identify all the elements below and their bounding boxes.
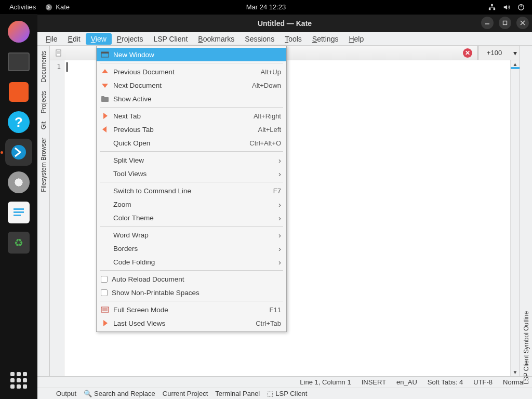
dock-text-editor[interactable]: [5, 199, 32, 226]
menu-item-next-document[interactable]: Next DocumentAlt+Down: [97, 78, 286, 92]
checkbox-icon: [101, 289, 108, 296]
volume-icon[interactable]: [503, 4, 510, 11]
menu-bar: FileEditViewProjectsLSP ClientBookmarksS…: [37, 32, 532, 46]
menu-settings[interactable]: Settings: [307, 33, 344, 45]
bottom-search-and-replace[interactable]: 🔍Search and Replace: [84, 390, 155, 397]
bottom-tool-bar: Output🔍Search and ReplaceCurrent Project…: [37, 388, 532, 399]
window-icon: [101, 50, 109, 59]
status-position[interactable]: Line 1, Column 1: [300, 378, 351, 386]
down-icon: [101, 81, 109, 89]
svg-rect-18: [102, 308, 108, 311]
menu-help[interactable]: Help: [343, 33, 369, 45]
active-app-indicator[interactable]: Kate: [45, 3, 70, 11]
menu-item-color-theme[interactable]: Color Theme: [97, 211, 286, 224]
menu-item-code-folding[interactable]: Code Folding: [97, 255, 286, 269]
scroll-down-icon[interactable]: ▼: [513, 369, 518, 375]
folder-icon: [101, 95, 109, 103]
vertical-scrollbar[interactable]: ▲ ▼: [510, 60, 520, 376]
left-tool-rail: DocumentsProjectsGitFilesystem Browser: [37, 46, 50, 388]
menu-item-zoom[interactable]: Zoom: [97, 197, 286, 211]
menu-view[interactable]: View: [86, 33, 112, 45]
scroll-up-icon[interactable]: ▲: [513, 61, 518, 67]
menu-item-tool-views[interactable]: Tool Views: [97, 167, 286, 180]
show-applications[interactable]: [8, 370, 29, 391]
menu-item-borders[interactable]: Borders: [97, 242, 286, 255]
dock-disc[interactable]: [5, 169, 32, 196]
zoom-dropdown[interactable]: ▾: [510, 46, 520, 60]
window-maximize[interactable]: [499, 17, 511, 29]
menu-sessions[interactable]: Sessions: [240, 33, 280, 45]
menu-edit[interactable]: Edit: [63, 33, 86, 45]
document-icon: [55, 49, 62, 57]
dock-help[interactable]: ?: [5, 109, 32, 136]
menu-item-full-screen-mode[interactable]: Full Screen ModeF11: [97, 303, 286, 316]
bottom-lsp-client[interactable]: ⬚LSP Client: [267, 390, 307, 397]
menu-item-next-tab[interactable]: Next TabAlt+Right: [97, 109, 286, 123]
dock-files[interactable]: [5, 48, 32, 75]
right-icon: [101, 319, 109, 327]
menu-item-previous-tab[interactable]: Previous TabAlt+Left: [97, 123, 286, 136]
bottom-current-project[interactable]: Current Project: [163, 390, 208, 397]
tool-icon: ⬚: [267, 390, 273, 397]
title-bar: Untitled — Kate: [37, 15, 532, 32]
menu-item-word-wrap[interactable]: Word Wrap: [97, 228, 286, 242]
gnome-top-bar: Activities Kate Mar 24 12:23: [0, 0, 532, 14]
clock[interactable]: Mar 24 12:23: [246, 3, 286, 11]
menu-item-switch-to-command-line[interactable]: Switch to Command LineF7: [97, 184, 286, 197]
menu-item-quick-open[interactable]: Quick OpenCtrl+Alt+O: [97, 136, 286, 150]
dock-software[interactable]: [5, 78, 32, 105]
svg-rect-7: [14, 208, 24, 210]
menu-item-split-view[interactable]: Split View: [97, 153, 286, 167]
dock-firefox[interactable]: [5, 18, 32, 45]
rail-documents[interactable]: Documents: [40, 48, 47, 86]
tab-close-icon[interactable]: ✕: [463, 48, 472, 58]
ubuntu-dock: ? ♻: [0, 14, 37, 399]
power-icon[interactable]: [517, 4, 525, 11]
menu-lsp-client[interactable]: LSP Client: [148, 33, 193, 45]
view-menu-dropdown: New WindowPrevious DocumentAlt+UpNext Do…: [96, 46, 287, 332]
status-encoding[interactable]: UTF-8: [473, 378, 493, 386]
window-minimize[interactable]: [481, 17, 494, 29]
status-mode[interactable]: INSERT: [362, 378, 386, 386]
svg-rect-16: [101, 96, 104, 98]
svg-rect-12: [56, 50, 61, 56]
menu-item-show-active[interactable]: Show Active: [97, 92, 286, 105]
status-locale[interactable]: en_AU: [396, 378, 417, 386]
left-icon: [101, 125, 109, 134]
up-icon: [101, 68, 109, 76]
bottom-output[interactable]: Output: [56, 390, 76, 397]
menu-item-new-window[interactable]: New Window: [97, 48, 286, 61]
bottom-terminal-panel[interactable]: Terminal Panel: [215, 390, 260, 397]
tool-icon: 🔍: [84, 390, 92, 397]
line-number-gutter: 1: [50, 60, 64, 376]
right-icon: [101, 112, 109, 120]
window-title: Untitled — Kate: [258, 19, 312, 28]
menu-tools[interactable]: Tools: [280, 33, 307, 45]
menu-projects[interactable]: Projects: [112, 33, 149, 45]
dock-kate[interactable]: [5, 139, 32, 166]
kate-icon: [10, 143, 28, 161]
right-tool-rail: LSP Client Symbol Outline: [520, 46, 532, 388]
status-state[interactable]: Normal: [503, 378, 525, 386]
rail-filesystem-browser[interactable]: Filesystem Browser: [40, 135, 47, 195]
menu-item-show-non-printable-spaces[interactable]: Show Non-Printable Spaces: [97, 286, 286, 299]
menu-item-last-used-views[interactable]: Last Used ViewsCtrl+Tab: [97, 316, 286, 330]
zoom-level[interactable]: +100: [478, 46, 510, 60]
menu-item-previous-document[interactable]: Previous DocumentAlt+Up: [97, 65, 286, 78]
network-icon[interactable]: [488, 4, 496, 11]
dock-trash[interactable]: ♻: [5, 229, 32, 256]
activities-button[interactable]: Activities: [9, 3, 36, 11]
fullscreen-icon: [101, 305, 109, 314]
svg-rect-8: [14, 211, 24, 213]
svg-rect-2: [489, 8, 491, 10]
window-close[interactable]: [516, 17, 529, 29]
menu-file[interactable]: File: [41, 33, 63, 45]
checkbox-icon: [101, 276, 108, 283]
rail-projects[interactable]: Projects: [40, 88, 47, 116]
rail-git[interactable]: Git: [40, 118, 47, 132]
rail-lsp-outline[interactable]: LSP Client Symbol Outline: [523, 46, 530, 388]
menu-item-auto-reload-document[interactable]: Auto Reload Document: [97, 272, 286, 286]
menu-bookmarks[interactable]: Bookmarks: [193, 33, 240, 45]
status-tabs[interactable]: Soft Tabs: 4: [428, 378, 463, 386]
kate-window: Untitled — Kate FileEditViewProjectsLSP …: [37, 14, 532, 399]
